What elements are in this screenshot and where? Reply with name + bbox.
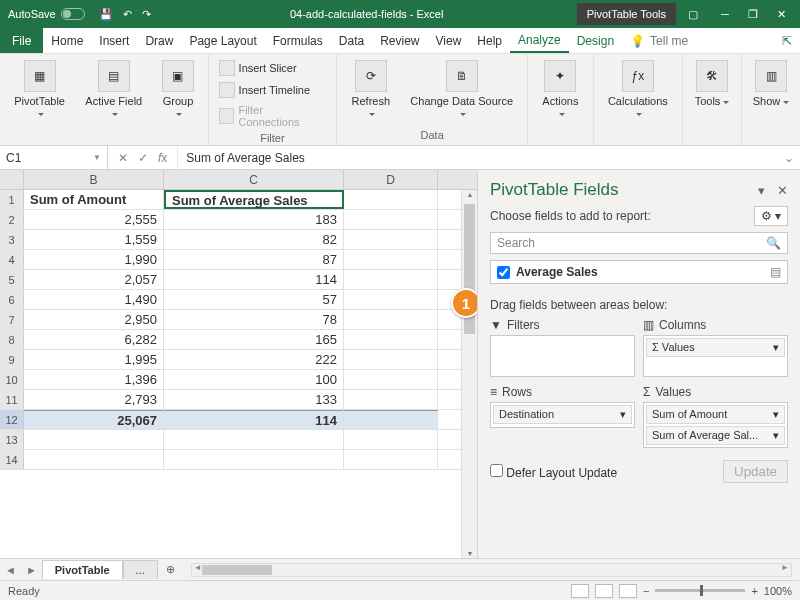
cell[interactable]: 78 (164, 310, 344, 329)
horizontal-scrollbar[interactable]: ◄► (191, 563, 792, 577)
cell[interactable]: 6,282 (24, 330, 164, 349)
cell[interactable]: 2,555 (24, 210, 164, 229)
zoom-out-icon[interactable]: − (643, 585, 649, 597)
sheet-nav-next-icon[interactable]: ► (21, 564, 42, 576)
pane-close-icon[interactable]: ✕ (777, 183, 788, 198)
menu-help[interactable]: Help (469, 28, 510, 53)
tools-button[interactable]: 🛠Tools (689, 58, 735, 127)
cell[interactable] (344, 250, 438, 269)
cell[interactable]: 114 (164, 410, 344, 429)
menu-file[interactable]: File (0, 28, 43, 53)
cell[interactable]: 1,559 (24, 230, 164, 249)
column-header-d[interactable]: D (344, 170, 438, 189)
select-all-corner[interactable] (0, 170, 24, 189)
cell[interactable]: 2,057 (24, 270, 164, 289)
zoom-in-icon[interactable]: + (751, 585, 757, 597)
menu-insert[interactable]: Insert (91, 28, 137, 53)
menu-page-layout[interactable]: Page Layout (181, 28, 264, 53)
sheet-nav-prev-icon[interactable]: ◄ (0, 564, 21, 576)
restore-icon[interactable]: ❐ (746, 7, 760, 21)
row-header[interactable]: 14 (0, 450, 24, 469)
cell[interactable] (164, 450, 344, 469)
sheet-tab-active[interactable]: PivotTable (42, 560, 123, 579)
cell[interactable] (164, 430, 344, 449)
row-header[interactable]: 9 (0, 350, 24, 369)
cell[interactable]: 100 (164, 370, 344, 389)
cell[interactable] (344, 190, 438, 209)
normal-view-icon[interactable] (571, 584, 589, 598)
cell[interactable] (344, 210, 438, 229)
cell[interactable] (344, 310, 438, 329)
expand-formula-bar-icon[interactable]: ⌄ (778, 146, 800, 169)
cell[interactable]: 2,793 (24, 390, 164, 409)
defer-layout-checkbox[interactable]: Defer Layout Update (490, 464, 617, 480)
new-sheet-icon[interactable]: ⊕ (158, 563, 183, 576)
zoom-slider[interactable] (655, 589, 745, 592)
cancel-formula-icon[interactable]: ✕ (118, 151, 128, 165)
cell[interactable] (344, 370, 438, 389)
autosave-toggle[interactable]: AutoSave (0, 8, 93, 20)
cell[interactable] (24, 430, 164, 449)
close-icon[interactable]: ✕ (774, 7, 788, 21)
row-header[interactable]: 3 (0, 230, 24, 249)
menu-formulas[interactable]: Formulas (265, 28, 331, 53)
spreadsheet-grid[interactable]: B C D 1 Sum of Amount Sum of Average Sal… (0, 170, 478, 558)
active-field-button[interactable]: ▤Active Field (77, 58, 150, 127)
cell[interactable]: 1,990 (24, 250, 164, 269)
insert-timeline-button[interactable]: Insert Timeline (215, 80, 331, 100)
redo-icon[interactable]: ↷ (142, 8, 151, 21)
menu-draw[interactable]: Draw (137, 28, 181, 53)
row-header[interactable]: 12 (0, 410, 24, 429)
cell[interactable] (344, 430, 438, 449)
cell[interactable]: Sum of Amount (24, 190, 164, 209)
row-header[interactable]: 13 (0, 430, 24, 449)
area-item[interactable]: Sum of Amount▾ (646, 405, 785, 424)
sheet-tab[interactable]: ... (123, 560, 158, 579)
insert-slicer-button[interactable]: Insert Slicer (215, 58, 331, 78)
cell[interactable]: 133 (164, 390, 344, 409)
cell[interactable] (344, 270, 438, 289)
cell[interactable]: 165 (164, 330, 344, 349)
cell[interactable]: 2,950 (24, 310, 164, 329)
filters-drop-area[interactable] (490, 335, 635, 377)
area-item[interactable]: Destination▾ (493, 405, 632, 424)
values-drop-area[interactable]: Sum of Amount▾ Sum of Average Sal...▾ (643, 402, 788, 448)
row-header[interactable]: 4 (0, 250, 24, 269)
page-layout-view-icon[interactable] (595, 584, 613, 598)
save-icon[interactable]: 💾 (99, 8, 113, 21)
change-data-source-button[interactable]: 🗎Change Data Source (402, 58, 521, 127)
area-item[interactable]: Sum of Average Sal...▾ (646, 426, 785, 445)
zoom-level[interactable]: 100% (764, 585, 792, 597)
tell-me[interactable]: 💡Tell me (622, 28, 696, 53)
row-header[interactable]: 6 (0, 290, 24, 309)
field-search-input[interactable]: Search 🔍 (490, 232, 788, 254)
row-header[interactable]: 8 (0, 330, 24, 349)
cell[interactable]: 114 (164, 270, 344, 289)
row-header[interactable]: 5 (0, 270, 24, 289)
vertical-scrollbar[interactable] (461, 190, 477, 558)
show-button[interactable]: ▥Show (748, 58, 794, 127)
pane-dropdown-icon[interactable]: ▾ (758, 183, 765, 198)
refresh-button[interactable]: ⟳Refresh (343, 58, 398, 127)
cell[interactable] (24, 450, 164, 469)
menu-data[interactable]: Data (331, 28, 372, 53)
cell[interactable]: 222 (164, 350, 344, 369)
menu-home[interactable]: Home (43, 28, 91, 53)
name-box[interactable]: C1▼ (0, 146, 108, 169)
row-header[interactable]: 10 (0, 370, 24, 389)
columns-drop-area[interactable]: Σ Values▾ (643, 335, 788, 377)
cell[interactable] (344, 230, 438, 249)
row-header[interactable]: 7 (0, 310, 24, 329)
field-list-item[interactable]: Average Sales ▤ (490, 260, 788, 284)
cell[interactable]: 1,490 (24, 290, 164, 309)
menu-analyze[interactable]: Analyze (510, 28, 569, 53)
fx-icon[interactable]: fx (158, 151, 167, 165)
undo-icon[interactable]: ↶ (123, 8, 132, 21)
cell[interactable]: 25,067 (24, 410, 164, 429)
cell[interactable] (344, 290, 438, 309)
field-menu-icon[interactable]: ▤ (770, 265, 781, 279)
row-header[interactable]: 2 (0, 210, 24, 229)
row-header[interactable]: 11 (0, 390, 24, 409)
cell[interactable] (344, 450, 438, 469)
group-button[interactable]: ▣Group (154, 58, 201, 127)
